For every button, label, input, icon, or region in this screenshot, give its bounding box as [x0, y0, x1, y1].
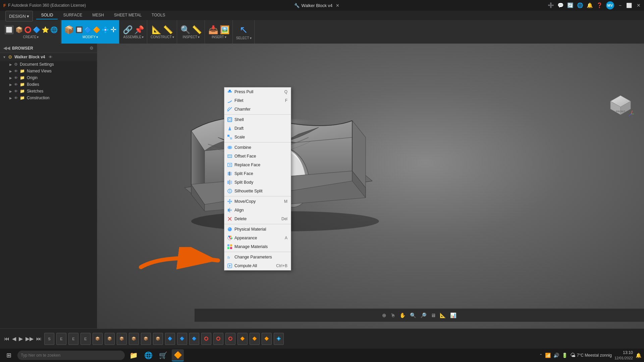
dd-item-delete[interactable]: Delete Del	[224, 215, 291, 223]
minimize-button[interactable]: −	[619, 3, 622, 8]
group-construct[interactable]: 📐 📏 CONSTRUCT ▾	[148, 20, 177, 44]
tl-item-13[interactable]: 🔷	[189, 333, 199, 345]
bell-icon[interactable]: 🔔	[587, 2, 593, 8]
sidebar-item-construction[interactable]: ▶ 👁 📁 Construction	[0, 95, 97, 101]
tl-item-6[interactable]: 📦	[105, 333, 115, 345]
sidebar-options[interactable]: ⚙	[90, 46, 94, 51]
dd-item-split-face[interactable]: Split Face	[224, 169, 291, 178]
tl-item-18[interactable]: 🔶	[250, 333, 260, 345]
tl-item-5[interactable]: 📦	[93, 333, 103, 345]
tab-solid[interactable]: SOLID	[36, 11, 58, 19]
battery-icon[interactable]: 🔋	[562, 353, 568, 358]
tab-tools[interactable]: TOOLS	[147, 11, 170, 19]
timeline-forward[interactable]: ▶▶	[25, 336, 34, 342]
sidebar-item-origin[interactable]: ▶ 👁 📁 Origin	[0, 74, 97, 81]
tl-item-17[interactable]: 🔶	[237, 333, 248, 345]
back-arrow[interactable]: ◀◀	[3, 46, 10, 51]
timeline-end[interactable]: ⏭	[36, 336, 42, 342]
network-icon[interactable]: 📶	[545, 353, 551, 358]
system-tray-arrow[interactable]: ⌃	[539, 353, 542, 358]
close-button[interactable]: ✕	[637, 3, 641, 8]
sidebar-item-sketches[interactable]: ▶ 👁 📁 Sketches	[0, 88, 97, 95]
sync-icon[interactable]: 🔄	[567, 2, 574, 8]
tl-item-10[interactable]: 📦	[153, 333, 163, 345]
view-cube[interactable]: FRONT	[607, 94, 634, 121]
user-avatar[interactable]: MV	[606, 1, 614, 9]
close-doc-btn[interactable]: ✕	[336, 3, 339, 8]
maximize-button[interactable]: ⬜	[626, 3, 632, 8]
timeline-start[interactable]: ⏮	[4, 336, 9, 342]
snap-icon[interactable]: ⊕	[382, 312, 386, 318]
start-button[interactable]: ⊞	[3, 349, 15, 361]
group-create[interactable]: 🔲 📦 ⭕ 🔷 ⭐ 🌐 CREATE ▾	[1, 20, 61, 44]
tl-item-9[interactable]: 📦	[141, 333, 151, 345]
dd-item-split-body[interactable]: Split Body	[224, 178, 291, 187]
tl-item-8[interactable]: 📦	[129, 333, 139, 345]
grid-icon[interactable]: 📐	[440, 312, 446, 318]
tl-item-15[interactable]: ⭕	[213, 333, 223, 345]
taskbar-search[interactable]	[17, 351, 125, 360]
chat-icon[interactable]: 💬	[557, 2, 564, 8]
dd-item-shell[interactable]: Shell	[224, 115, 291, 124]
tab-sheet-metal[interactable]: SHEET METAL	[109, 11, 146, 19]
taskbar-app-fusion[interactable]: 🔶	[172, 349, 184, 361]
dd-item-move-copy[interactable]: Move/Copy M	[224, 197, 291, 206]
group-inspect[interactable]: 🔍 📏 INSPECT ▾	[178, 20, 205, 44]
tl-item-19[interactable]: 🔶	[262, 333, 272, 345]
sound-icon[interactable]: 🔊	[553, 353, 559, 358]
dd-item-offset-face[interactable]: Offset Face	[224, 152, 291, 161]
tl-item-20[interactable]: 💠	[274, 333, 284, 345]
dd-item-fillet[interactable]: Fillet F	[224, 96, 291, 105]
tl-item-1[interactable]: S	[44, 333, 54, 345]
dd-item-scale[interactable]: Scale	[224, 133, 291, 141]
taskbar-app-explorer[interactable]: 📁	[127, 349, 140, 361]
notification-icon[interactable]: 🔔	[636, 353, 641, 358]
tl-item-4[interactable]: E	[80, 333, 91, 345]
group-select[interactable]: ↖ SELECT ▾	[233, 20, 255, 44]
sidebar-item-document-settings[interactable]: ▶ ⚙ Document Settings	[0, 61, 97, 68]
taskbar-app-store[interactable]: 🛒	[157, 349, 169, 361]
tab-surface[interactable]: SURFACE	[58, 11, 87, 19]
dd-item-draft[interactable]: Draft	[224, 124, 291, 133]
world-icon[interactable]: 🌐	[577, 2, 583, 8]
dd-item-physical-material[interactable]: Physical Material	[224, 225, 291, 234]
group-insert[interactable]: 📥 🖼️ INSERT ▾	[206, 20, 233, 44]
dd-item-silhouette-split[interactable]: Silhouette Split	[224, 187, 291, 195]
pan-icon[interactable]: ✋	[399, 312, 406, 318]
sidebar-item-named-views[interactable]: ▶ 👁 📁 Named Views	[0, 68, 97, 74]
tl-item-3[interactable]: E	[68, 333, 78, 345]
tl-item-12[interactable]: 🔷	[177, 333, 187, 345]
fit-icon[interactable]: 🔎	[420, 312, 427, 318]
view-icon[interactable]: 📊	[450, 312, 457, 318]
taskbar-app-chrome[interactable]: 🌐	[142, 349, 154, 361]
dd-item-chamfer[interactable]: Chamfer	[224, 105, 291, 114]
group-modify[interactable]: 📦 🔲 🔷 🔶 💠 ✛ MODIFY ▾	[61, 20, 119, 44]
canvas-area[interactable]: FRONT Press Pull Q Fillet	[97, 44, 644, 342]
orbit-icon[interactable]: 🖱	[390, 312, 395, 318]
tl-item-11[interactable]: 🔷	[165, 333, 175, 345]
zoom-icon[interactable]: 🔍	[410, 312, 416, 318]
dd-item-replace-face[interactable]: Replace Face	[224, 161, 291, 169]
add-icon[interactable]: ➕	[548, 2, 554, 8]
tl-item-16[interactable]: ⭕	[225, 333, 235, 345]
dd-item-align[interactable]: Align	[224, 206, 291, 215]
dd-item-combine[interactable]: Combine	[224, 143, 291, 152]
tl-item-2[interactable]: E	[56, 333, 66, 345]
dd-item-manage-materials[interactable]: Manage Materials	[224, 242, 291, 251]
tab-mesh[interactable]: MESH	[88, 11, 109, 19]
dd-item-appearance[interactable]: Appearance A	[224, 234, 291, 242]
sidebar-item-bodies[interactable]: ▶ 👁 📁 Bodies	[0, 81, 97, 88]
timeline-back[interactable]: ◀	[12, 336, 16, 342]
dd-item-press-pull[interactable]: Press Pull Q	[224, 87, 291, 96]
timeline-play[interactable]: ▶	[19, 336, 23, 342]
dd-item-left: Manage Materials	[227, 244, 268, 249]
help-icon[interactable]: ❓	[596, 2, 603, 8]
display-icon[interactable]: 🖥	[431, 312, 436, 318]
browser-root-item[interactable]: ▼ ⚙ Walker Block v4 👁	[0, 53, 97, 61]
dd-item-change-parameters[interactable]: fx Change Parameters	[224, 253, 291, 261]
dd-item-compute-all[interactable]: Compute All Ctrl+B	[224, 261, 291, 270]
tl-item-14[interactable]: ⭕	[201, 333, 211, 345]
tl-item-7[interactable]: 📦	[117, 333, 127, 345]
offset-face-icon	[227, 154, 232, 159]
group-assemble[interactable]: 🔗 📌 ASSEMBLE ▾	[120, 20, 147, 44]
